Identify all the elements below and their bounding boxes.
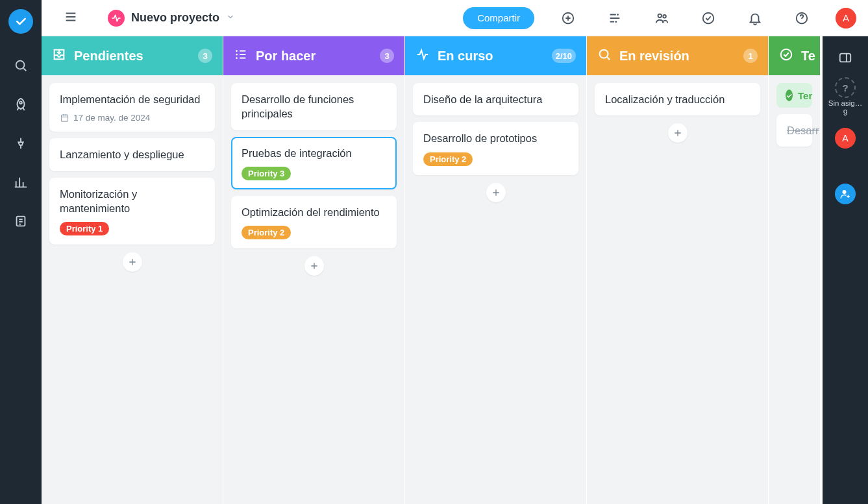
column-header[interactable]: Por hacer3 <box>223 36 404 75</box>
search-icon[interactable] <box>14 58 28 73</box>
project-selector[interactable]: Nuevo proyecto <box>108 10 235 27</box>
card-title: Localización y traducción <box>605 92 750 106</box>
column-header[interactable]: En curso2/10 <box>405 36 586 75</box>
share-button[interactable]: Compartir <box>463 7 534 29</box>
card-title: Desarrollo de funciones principales <box>242 92 386 121</box>
stats-icon[interactable] <box>14 175 28 189</box>
task-card[interactable]: Lanzamiento y despliegue <box>49 138 215 171</box>
app-logo[interactable] <box>8 9 33 34</box>
column-body: Localización y traducción <box>587 75 768 504</box>
task-card[interactable]: Diseño de la arquitectura <box>413 83 578 115</box>
column-count-badge: 3 <box>380 49 394 63</box>
add-card-button[interactable] <box>123 252 142 272</box>
task-card[interactable]: Pruebas de integraciónPriority 3 <box>231 137 397 189</box>
column-header[interactable]: En revisión1 <box>587 36 768 75</box>
done-chip[interactable]: Ter <box>776 83 812 108</box>
column-title: Pendientes <box>74 49 190 64</box>
task-card[interactable]: Desarr <box>776 114 812 147</box>
assignee-avatar[interactable]: A <box>835 128 856 149</box>
card-title: Lanzamiento y despliegue <box>60 147 205 162</box>
priority-tag: Priority 2 <box>242 226 291 239</box>
column-title: En revisión <box>619 49 736 64</box>
svg-rect-16 <box>840 54 851 62</box>
priority-tag: Priority 2 <box>423 152 473 166</box>
top-bar: Nuevo proyecto Compartir <box>42 0 868 36</box>
column-body: TerDesarr <box>769 75 820 504</box>
unassigned-count: 9 <box>843 108 848 117</box>
svg-point-8 <box>703 12 714 23</box>
svg-point-11 <box>236 50 238 52</box>
search-icon <box>597 47 612 64</box>
column-body: Diseño de la arquitecturaDesarrollo de p… <box>405 75 586 504</box>
invite-user-button[interactable] <box>835 184 856 204</box>
svg-point-14 <box>600 50 608 58</box>
task-card[interactable]: Desarrollo de prototiposPriority 2 <box>413 122 578 174</box>
card-title: Desarr <box>787 123 802 138</box>
svg-point-13 <box>236 57 238 59</box>
column-title: Te <box>801 49 815 64</box>
activity-icon <box>415 47 430 64</box>
priority-tag: Priority 3 <box>242 167 291 180</box>
add-card-button[interactable] <box>668 123 688 143</box>
done-chip-label: Ter <box>798 90 812 101</box>
task-card[interactable]: Localización y traducción <box>595 83 760 115</box>
task-card[interactable]: Implementación de seguridad17 de may. de… <box>49 83 215 132</box>
project-logo-icon <box>108 10 125 27</box>
card-title: Desarrollo de prototipos <box>423 131 568 145</box>
svg-point-15 <box>781 49 792 60</box>
help-icon[interactable] <box>789 5 815 31</box>
column-count-badge: 1 <box>743 49 758 63</box>
column-header[interactable]: Te <box>769 36 820 75</box>
unassigned-filter[interactable]: ? Sin asig… 9 <box>826 77 865 117</box>
card-title: Diseño de la arquitectura <box>423 92 568 106</box>
svg-point-17 <box>843 190 847 194</box>
notes-icon[interactable] <box>14 214 28 228</box>
check-circle-icon <box>779 47 793 64</box>
left-sidebar <box>0 0 42 504</box>
inbox-icon <box>52 47 66 64</box>
svg-point-0 <box>16 61 25 69</box>
task-card[interactable]: Monitorización y mantenimientoPriority 1 <box>49 178 215 245</box>
svg-point-1 <box>19 101 22 104</box>
column-count-badge: 3 <box>198 49 212 63</box>
unassigned-icon: ? <box>835 77 856 98</box>
column-backlog: Pendientes3Implementación de seguridad17… <box>42 36 223 504</box>
svg-point-4 <box>617 14 619 16</box>
timeline-icon[interactable] <box>602 5 628 31</box>
svg-point-7 <box>663 14 666 18</box>
right-sidebar: ? Sin asig… 9 A <box>823 36 868 504</box>
column-body: Desarrollo de funciones principalesPrueb… <box>223 75 404 504</box>
project-name: Nuevo proyecto <box>131 11 219 25</box>
kanban-board: Pendientes3Implementación de seguridad17… <box>42 36 823 504</box>
add-icon[interactable] <box>555 5 581 31</box>
team-icon[interactable] <box>649 5 675 31</box>
chevron-down-icon <box>226 12 235 24</box>
task-card[interactable]: Desarrollo de funciones principales <box>231 83 397 130</box>
svg-rect-10 <box>62 115 68 121</box>
card-title: Monitorización y mantenimiento <box>60 187 205 216</box>
list-icon <box>234 47 248 64</box>
card-date: 17 de may. de 2024 <box>60 113 205 123</box>
svg-point-6 <box>658 14 662 17</box>
card-title: Pruebas de integración <box>242 146 386 160</box>
panel-toggle-icon[interactable] <box>838 51 852 67</box>
svg-point-5 <box>615 21 617 23</box>
rocket-icon[interactable] <box>14 97 28 112</box>
column-done: TeTerDesarr <box>769 36 821 504</box>
pin-icon[interactable] <box>14 136 28 150</box>
column-count-badge: 2/10 <box>552 49 576 63</box>
user-avatar[interactable]: A <box>836 8 856 29</box>
column-body: Implementación de seguridad17 de may. de… <box>42 75 223 504</box>
menu-icon[interactable] <box>64 10 78 27</box>
add-card-button[interactable] <box>486 183 506 202</box>
unassigned-label: Sin asig… <box>826 99 865 107</box>
column-title: En curso <box>438 49 544 64</box>
add-card-button[interactable] <box>304 256 324 276</box>
task-card[interactable]: Optimización del rendimientoPriority 2 <box>231 196 397 248</box>
check-icon <box>786 90 793 101</box>
column-header[interactable]: Pendientes3 <box>42 36 223 75</box>
check-circle-icon[interactable] <box>695 5 721 31</box>
card-title: Optimización del rendimiento <box>242 205 386 219</box>
bell-icon[interactable] <box>742 5 768 31</box>
column-review: En revisión1Localización y traducción <box>587 36 769 504</box>
